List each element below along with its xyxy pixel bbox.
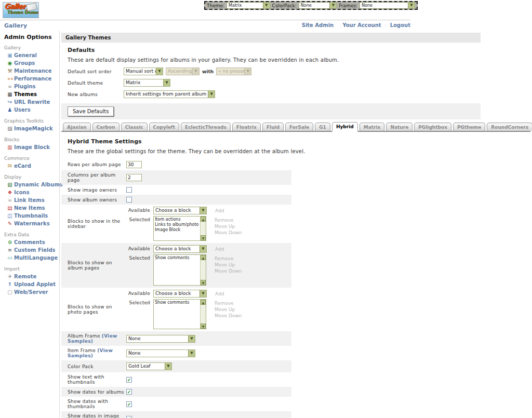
tab-g1[interactable]: G1: [315, 123, 330, 131]
site-admin-link[interactable]: Site Admin: [302, 22, 334, 28]
tab-classic[interactable]: Classic: [121, 123, 148, 131]
choose-block-select[interactable]: Choose a block▼: [153, 245, 207, 253]
tab-forsale[interactable]: ForSale: [285, 123, 313, 131]
setting-text-input[interactable]: [126, 161, 142, 168]
tab-ajaxian[interactable]: Ajaxian: [63, 123, 91, 131]
gallery-logo[interactable]: Gallery Theme Demo: [3, 2, 39, 18]
listbox-scrollbar[interactable]: ▲▼: [200, 255, 206, 285]
tab-eclecticthreads[interactable]: EclecticThreads: [181, 123, 231, 131]
listbox-scrollbar[interactable]: ▲▼: [200, 217, 206, 240]
block-action-link[interactable]: Move Up: [215, 223, 242, 230]
sidebar-item-upload-applet[interactable]: ⇑Upload Applet: [4, 280, 59, 288]
tab-roundcorners[interactable]: RoundCorners: [487, 123, 532, 131]
block-action-link[interactable]: Remove: [215, 255, 242, 262]
setting-select[interactable]: None▼: [126, 349, 195, 357]
scroll-up-icon[interactable]: ▲: [201, 217, 206, 222]
listbox-item[interactable]: Show comments: [155, 255, 199, 261]
checkbox-checked[interactable]: ✔: [126, 389, 132, 395]
tab-pgtheme[interactable]: PGtheme: [453, 123, 485, 131]
scroll-down-icon[interactable]: ▼: [201, 280, 206, 285]
sidebar-item-new-items[interactable]: ▤New Items: [4, 204, 59, 212]
sidebar-item-label: Image Block: [12, 143, 50, 151]
tab-floatrix[interactable]: Floatrix: [232, 123, 261, 131]
listbox-item[interactable]: Item actions: [155, 217, 199, 222]
logout-link[interactable]: Logout: [390, 22, 410, 28]
choose-block-select[interactable]: Choose a block▼: [153, 207, 207, 214]
your-account-link[interactable]: Your Account: [342, 22, 381, 28]
block-action-link[interactable]: Move Down: [215, 230, 242, 236]
sort-order-select[interactable]: Manual sort order ▼: [124, 68, 163, 75]
block-action-link[interactable]: Move Down: [215, 313, 242, 319]
listbox-item[interactable]: Show comments: [155, 300, 199, 305]
frames-select[interactable]: None ▼: [360, 2, 415, 9]
colorpack-select[interactable]: None ▼: [299, 2, 337, 9]
users-icon: ♟: [4, 106, 12, 114]
sidebar-item-performance[interactable]: »»Performance: [4, 75, 59, 83]
checkbox-unchecked[interactable]: [126, 187, 132, 193]
setting-text-input[interactable]: [126, 174, 142, 181]
setting-select[interactable]: Gold Leaf▼: [126, 362, 172, 370]
block-action-link[interactable]: Move Up: [215, 262, 242, 268]
block-action-link[interactable]: Remove: [215, 300, 242, 306]
block-action-link[interactable]: Remove: [215, 217, 242, 223]
sidebar-item-remote[interactable]: ✈Remote: [4, 273, 59, 280]
groups-icon: ◉: [4, 59, 12, 67]
scroll-up-icon[interactable]: ▲: [201, 255, 206, 260]
sidebar-item-url-rewrite[interactable]: ↪URL Rewrite: [4, 98, 59, 106]
sidebar-item-themes[interactable]: ▦Themes: [4, 90, 59, 98]
sidebar-item-ecard[interactable]: ✉eCard: [4, 162, 59, 170]
sidebar-item-users[interactable]: ♟Users: [4, 106, 59, 114]
sidebar-item-custom-fields[interactable]: ≡Custom Fields: [4, 246, 59, 254]
sidebar-item-web-server[interactable]: ▢Web/Server: [4, 288, 59, 296]
scroll-down-icon[interactable]: ▼: [201, 323, 206, 329]
block-action-link[interactable]: Move Down: [215, 268, 242, 274]
scroll-up-icon[interactable]: ▲: [201, 300, 206, 305]
listbox-item[interactable]: Links to album/photo peers: [155, 222, 199, 227]
tab-matrix[interactable]: Matrix: [360, 123, 385, 131]
sidebar-item-maintenance[interactable]: ⚒Maintenance: [4, 67, 59, 75]
breadcrumb[interactable]: Gallery: [4, 22, 27, 29]
tab-nature[interactable]: Nature: [386, 123, 413, 131]
choose-block-select[interactable]: Choose a block▼: [153, 290, 207, 298]
selected-blocks-listbox[interactable]: Show comments▲▼: [153, 254, 206, 286]
add-link[interactable]: Add: [215, 290, 224, 296]
sidebar-item-label: Themes: [12, 90, 37, 98]
tab-copyleft[interactable]: Copyleft: [149, 123, 180, 131]
save-defaults-button[interactable]: Save Defaults: [68, 106, 114, 116]
checkbox-checked[interactable]: ✔: [126, 377, 132, 383]
selected-blocks-listbox[interactable]: Show comments▲▼: [153, 299, 206, 329]
tab-pglightbox[interactable]: PGlightbox: [414, 123, 451, 131]
setting-select[interactable]: None▼: [126, 335, 195, 343]
tab-fluid[interactable]: Fluid: [262, 123, 284, 131]
listbox-item[interactable]: Image Block: [155, 227, 199, 233]
checkbox-unchecked[interactable]: [126, 197, 132, 203]
theme-select[interactable]: Matrix ▼: [227, 2, 270, 9]
add-link[interactable]: Add: [215, 207, 224, 213]
scroll-down-icon[interactable]: ▼: [201, 235, 206, 240]
sidebar-item-comments[interactable]: ⊕Comments: [4, 238, 59, 246]
selected-blocks-listbox[interactable]: Item actionsLinks to album/photo peersIm…: [153, 216, 206, 241]
checkbox-checked[interactable]: ✔: [126, 401, 132, 407]
tab-carbon[interactable]: Carbon: [92, 123, 119, 131]
checkbox-checked[interactable]: ✔: [126, 416, 132, 418]
tab-hybrid[interactable]: Hybrid: [332, 122, 358, 132]
sidebar-item-icons[interactable]: ❖Icons: [4, 188, 59, 196]
default-theme-select[interactable]: Matrix ▼: [124, 79, 170, 87]
sidebar-item-imagemagick[interactable]: ▨ImageMagick: [4, 125, 59, 132]
new-albums-label: New albums: [68, 92, 124, 97]
sidebar-item-image-block[interactable]: ▥Image Block: [4, 143, 59, 151]
listbox-scrollbar[interactable]: ▲▼: [200, 300, 206, 329]
sidebar-item-dynamic-albums[interactable]: ▧Dynamic Albums: [4, 181, 59, 188]
sidebar-item-general[interactable]: ▣General: [4, 51, 59, 59]
new-albums-select[interactable]: Inherit settings from parent album ▼: [124, 90, 215, 98]
sidebar-item-groups[interactable]: ◉Groups: [4, 59, 59, 67]
setting-row: Show dates in image view✔: [61, 411, 291, 418]
sidebar-item-thumbnails[interactable]: ◫Thumbnails: [4, 212, 59, 220]
sidebar-item-multilanguage[interactable]: ▭MultiLanguage: [4, 254, 59, 262]
multilanguage-icon: ▭: [4, 254, 12, 262]
sidebar-item-watermarks[interactable]: ✎Watermarks: [4, 220, 59, 227]
sidebar-item-link-items[interactable]: ∞Link Items: [4, 196, 59, 204]
add-link[interactable]: Add: [215, 245, 224, 252]
sidebar-item-plugins[interactable]: ∞Plugins: [4, 83, 59, 90]
block-action-link[interactable]: Move Up: [215, 306, 242, 313]
